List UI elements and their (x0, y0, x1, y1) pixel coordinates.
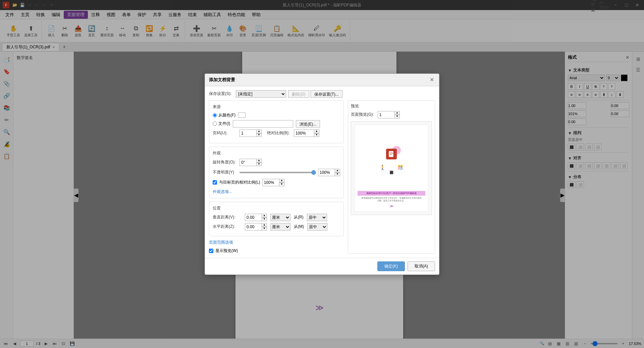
delete-settings-btn[interactable]: 删除(D) (288, 90, 309, 98)
horizontal-dist-spinner: ▲ ▼ (245, 223, 267, 231)
page-num-row: 页码(U): ▲ ▼ 绝对比例(B): (213, 130, 340, 137)
from-color-radio[interactable] (213, 113, 217, 117)
modal-overlay: 添加文档背景 ✕ 保存设置(S): [未指定] 删除(D) 保存设置(T)...… (0, 0, 644, 348)
browse-btn[interactable]: 浏览(E)... (296, 120, 320, 128)
horizontal-unit-select[interactable]: 厘米 (270, 223, 290, 231)
abs-scale-spinner-btns: ▲ ▼ (314, 130, 319, 137)
horizontal-pos-row: 水平距离(Z): ▲ ▼ 厘米 从(M) (213, 223, 340, 231)
horizontal-from-label: 从(M) (294, 224, 304, 230)
page-preview-up[interactable]: ▲ (394, 111, 400, 115)
rel-scale-up-btn[interactable]: ▲ (279, 179, 284, 183)
cancel-btn[interactable]: 取消(A) (408, 261, 435, 271)
save-settings-btn[interactable]: 保存设置(T)... (311, 90, 342, 98)
position-title: 位置 (213, 205, 340, 211)
from-color-row: 从颜色(F) (213, 112, 340, 118)
dialog-title: 添加文档背景 (209, 77, 235, 83)
rotation-up-btn[interactable]: ▲ (256, 159, 262, 162)
source-section: 来源 从颜色(F) 文件(I) 浏览(E)... (209, 100, 344, 143)
preview-arrows: ≫ (358, 204, 425, 208)
vertical-from-label: 从(R) (294, 214, 304, 220)
page-range-link[interactable]: 页面范围选项 (209, 240, 233, 245)
dialog-footer: 确定(K) 取消(A) (205, 258, 439, 275)
confirm-btn[interactable]: 确定(K) (377, 261, 405, 271)
advanced-link-row: 外观选项... (213, 189, 340, 195)
vertical-dist-input[interactable] (245, 214, 262, 221)
opacity-slider-row: ▲ ▼ (239, 169, 340, 176)
vertical-dist-label: 垂直距离(V): (213, 214, 243, 220)
dialog-two-col: 来源 从颜色(F) 文件(I) 浏览(E)... (209, 100, 435, 254)
page-preview-down[interactable]: ▼ (394, 115, 400, 118)
horizontal-dist-down[interactable]: ▼ (262, 227, 267, 231)
vertical-unit-select[interactable]: 厘米 (270, 214, 290, 221)
dialog-close-btn[interactable]: ✕ (428, 77, 435, 83)
rel-scale-spinner: ▲ ▼ (262, 179, 284, 186)
from-file-label: 文件(I) (218, 121, 230, 127)
rel-scale-spinner-btns: ▲ ▼ (279, 179, 284, 186)
page-num-label: 页码(U): (213, 130, 239, 136)
opacity-label: 不透明度(Y) (213, 169, 239, 175)
show-preview-label: 显示预览(W) (215, 248, 238, 254)
page-preview-row: 页面预览(G): ▲ ▼ (351, 111, 432, 118)
rel-scale-down-btn[interactable]: ▼ (279, 183, 284, 186)
rel-scale-checkbox[interactable] (213, 180, 217, 185)
save-settings-select[interactable]: [未指定] (236, 90, 286, 98)
opacity-down-btn[interactable]: ▼ (335, 172, 340, 176)
rel-scale-checkbox-row: 与目标页的相对比例(L) (213, 180, 260, 185)
opacity-spinner-btns: ▲ ▼ (335, 169, 340, 176)
position-section: 位置 垂直距离(V): ▲ ▼ 厘米 (209, 202, 344, 236)
from-file-radio[interactable] (213, 121, 217, 126)
abs-scale-input[interactable] (294, 130, 314, 137)
page-num-spinner: ▲ ▼ (239, 130, 262, 137)
abs-scale-up-btn[interactable]: ▲ (314, 130, 319, 133)
page-preview-label: 页面预览(G): (351, 112, 378, 117)
page-preview-input[interactable] (378, 111, 394, 118)
horizontal-align-select[interactable]: 居中 (307, 223, 327, 231)
opacity-spinner: ▲ ▼ (318, 169, 340, 176)
save-settings-label: 保存设置(S): (209, 91, 236, 97)
preview-panel: 预览 页面预览(G): ▲ ▼ (348, 100, 435, 254)
vertical-dist-down[interactable]: ▼ (262, 217, 267, 221)
show-preview-checkbox[interactable] (209, 249, 213, 253)
source-title: 来源 (213, 104, 340, 110)
vertical-dist-btns: ▲ ▼ (262, 214, 267, 221)
rotation-row: 旋转角度(O): ▲ ▼ (213, 159, 340, 166)
rel-scale-row: 与目标页的相对比例(L) ▲ ▼ (213, 179, 340, 186)
page-preview-spinner: ▲ ▼ (378, 111, 400, 118)
appearance-title: 外观 (213, 150, 340, 156)
preview-banner-text: 感谢您如全球6.5亿用户一样信任福昕PDF编辑器 (358, 191, 425, 196)
opacity-input[interactable] (318, 169, 335, 176)
file-path-input[interactable] (233, 120, 293, 128)
vertical-pos-row: 垂直距离(V): ▲ ▼ 厘米 从(R) (213, 214, 340, 221)
appearance-section: 外观 旋转角度(O): ▲ ▼ (209, 147, 344, 198)
rel-scale-input[interactable] (262, 179, 279, 186)
dialog-header: 添加文档背景 ✕ (205, 74, 439, 86)
page-num-input[interactable] (239, 130, 256, 137)
page-num-spinner-btns: ▲ ▼ (256, 130, 262, 137)
opacity-up-btn[interactable]: ▲ (335, 169, 340, 172)
rotation-spinner-btns: ▲ ▼ (256, 159, 262, 166)
abs-scale-spinner: ▲ ▼ (294, 130, 319, 137)
advanced-link[interactable]: 外观选项... (213, 189, 232, 194)
dialog-left-col: 来源 从颜色(F) 文件(I) 浏览(E)... (209, 100, 344, 254)
vertical-dist-spinner: ▲ ▼ (245, 214, 267, 221)
vertical-align-select[interactable]: 居中 (307, 214, 327, 221)
rotation-down-btn[interactable]: ▼ (256, 162, 262, 166)
color-picker-box[interactable] (238, 112, 246, 118)
horizontal-dist-up[interactable]: ▲ (262, 223, 267, 227)
horizontal-dist-btns: ▲ ▼ (262, 223, 267, 231)
preview-box: 🚶 欢迎来到福昕 🎊 感谢您如全球6.5亿用户一样信任福昕PDF编辑器 使用编辑… (351, 121, 432, 215)
svg-rect-5 (389, 151, 393, 157)
horizontal-dist-label: 水平距离(Z): (213, 224, 243, 230)
preview-bottom: 感谢您如全球6.5亿用户一样信任福昕PDF编辑器 使用编辑器可以帮助您在日常工作… (358, 191, 425, 208)
abs-scale-down-btn[interactable]: ▼ (314, 133, 319, 137)
page-num-up-btn[interactable]: ▲ (256, 130, 262, 133)
rel-scale-label: 与目标页的相对比例(L) (219, 180, 260, 185)
opacity-slider[interactable] (239, 172, 316, 173)
page-range-row: 页面范围选项 (209, 240, 344, 245)
rotation-label: 旋转角度(O): (213, 159, 239, 165)
horizontal-dist-input[interactable] (245, 223, 262, 231)
vertical-dist-up[interactable]: ▲ (262, 214, 267, 217)
page-num-down-btn[interactable]: ▼ (256, 133, 262, 137)
rotation-input[interactable] (239, 159, 256, 166)
dialog-body: 保存设置(S): [未指定] 删除(D) 保存设置(T)... 来源 从颜色(F… (205, 86, 439, 258)
